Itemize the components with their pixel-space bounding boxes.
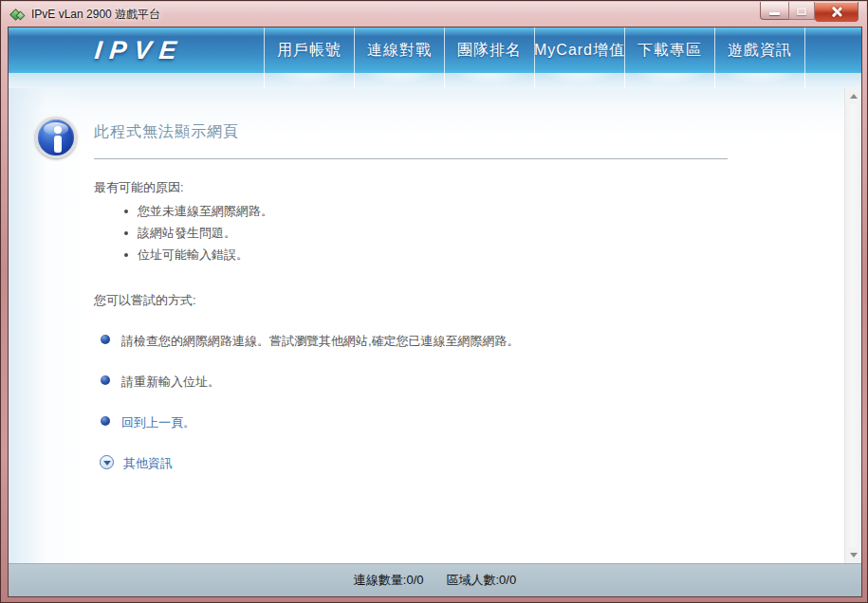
error-main-column: 此程式無法顯示網頁 最有可能的原因: 您並未連線至網際網路。 該網站發生問題。 xyxy=(94,117,844,472)
cause-text: 該網站發生問題。 xyxy=(138,225,236,242)
nav-item-online-battle[interactable]: 連線對戰 xyxy=(354,27,444,73)
logo-zone: IPVE xyxy=(9,27,264,73)
list-item: 位址可能輸入錯誤。 xyxy=(94,247,844,264)
maximize-icon xyxy=(797,8,806,15)
window-content: IPVE 用戶帳號 連線對戰 團隊排名 MyCard增值 下載專區 xyxy=(9,27,861,596)
error-icon-column xyxy=(35,117,77,472)
suggestion-row: 請檢查您的網際網路連線。嘗試瀏覽其他網站,確定您已連線至網際網路。 xyxy=(94,333,844,350)
nav-item-game-info[interactable]: 遊戲資訊 xyxy=(714,27,804,73)
nav-strip xyxy=(9,73,861,88)
scrollbar-track[interactable] xyxy=(845,104,861,547)
nav-glow-cell xyxy=(264,73,354,88)
ipve-logo: IPVE xyxy=(87,36,185,65)
maximize-button xyxy=(788,2,815,20)
blue-bullet-icon xyxy=(101,335,110,344)
nav-item-team-ranking[interactable]: 團隊排名 xyxy=(444,27,534,73)
nav-strip-cells xyxy=(264,73,805,88)
suggestion-row: 請重新輸入位址。 xyxy=(94,374,844,391)
suggestion-row: 其他資訊 xyxy=(94,455,844,472)
causes-list: 您並未連線至網際網路。 該網站發生問題。 位址可能輸入錯誤。 xyxy=(94,203,844,264)
list-item: 您並未連線至網際網路。 xyxy=(94,203,844,220)
connection-count: 連線數量:0/0 xyxy=(354,572,424,589)
nav-item-label: 下載專區 xyxy=(637,41,702,61)
nav-glow-cell xyxy=(534,73,624,88)
nav-item-label: MyCard增值 xyxy=(534,41,625,61)
info-icon-dot xyxy=(54,126,62,134)
app-icon[interactable] xyxy=(10,9,26,22)
nav-item-user-account[interactable]: 用戶帳號 xyxy=(264,27,354,73)
triangle-down-icon xyxy=(850,553,858,557)
area-player-count: 區域人數:0/0 xyxy=(447,572,517,589)
list-item: 該網站發生問題。 xyxy=(94,225,844,242)
minimize-icon xyxy=(769,12,780,15)
cause-text: 您並未連線至網際網路。 xyxy=(138,203,273,220)
nav-glow-cell xyxy=(354,73,444,88)
more-information-link[interactable]: 其他資訊 xyxy=(123,455,173,472)
nav-glow-cell xyxy=(624,73,714,88)
minimize-button[interactable] xyxy=(760,2,788,20)
scroll-down-button[interactable] xyxy=(845,547,861,563)
nav-item-label: 用戶帳號 xyxy=(277,41,342,61)
divider xyxy=(94,158,728,159)
suggestion-text: 請檢查您的網際網路連線。嘗試瀏覽其他網站,確定您已連線至網際網路。 xyxy=(121,333,520,350)
suggestion-text: 請重新輸入位址。 xyxy=(121,374,220,391)
try-heading: 您可以嘗試的方式: xyxy=(94,292,844,309)
blue-bullet-icon xyxy=(101,375,110,385)
cause-text: 位址可能輸入錯誤。 xyxy=(138,247,249,264)
bullet-dot-icon xyxy=(124,231,128,235)
nav-bar: IPVE 用戶帳號 連線對戰 團隊排名 MyCard增值 下載專區 xyxy=(9,27,861,73)
nav-glow-cell xyxy=(444,73,534,88)
info-icon xyxy=(35,117,77,158)
close-button[interactable] xyxy=(815,2,859,22)
nav-menu: 用戶帳號 連線對戰 團隊排名 MyCard增值 下載專區 遊戲資訊 xyxy=(264,27,805,73)
error-page: 此程式無法顯示網頁 最有可能的原因: 您並未連線至網際網路。 該網站發生問題。 xyxy=(9,88,844,472)
suggestion-row: 回到上一頁。 xyxy=(94,414,844,431)
nav-item-download-zone[interactable]: 下載專區 xyxy=(624,27,714,73)
bullet-dot-icon xyxy=(124,253,128,257)
blue-bullet-icon xyxy=(101,416,110,426)
vertical-scrollbar[interactable] xyxy=(844,88,861,563)
error-heading: 此程式無法顯示網頁 xyxy=(94,122,844,142)
nav-glow-cell xyxy=(714,73,804,88)
nav-item-label: 連線對戰 xyxy=(367,41,432,61)
window-title: IPvE vLan 2900 遊戲平台 xyxy=(31,7,160,23)
triangle-up-icon xyxy=(850,94,858,99)
nav-item-label: 團隊排名 xyxy=(457,41,522,61)
browser-viewport: 此程式無法顯示網頁 最有可能的原因: 您並未連線至網際網路。 該網站發生問題。 xyxy=(9,88,861,563)
nav-item-label: 遊戲資訊 xyxy=(728,41,792,61)
chevron-down-circle-icon[interactable] xyxy=(100,455,114,469)
bullet-dot-icon xyxy=(124,210,128,213)
app-window: IPvE vLan 2900 遊戲平台 IPVE 用戶帳號 連線 xyxy=(0,0,868,603)
status-bar: 連線數量:0/0 區域人數:0/0 xyxy=(9,563,861,596)
back-to-previous-page-link[interactable]: 回到上一頁。 xyxy=(121,414,195,431)
title-bar[interactable]: IPvE vLan 2900 遊戲平台 xyxy=(2,2,866,27)
nav-item-mycard-topup[interactable]: MyCard增值 xyxy=(534,27,624,73)
info-icon-bar xyxy=(54,136,62,153)
window-controls xyxy=(760,2,859,22)
close-icon xyxy=(830,6,842,18)
scroll-up-button[interactable] xyxy=(845,88,861,104)
nav-strip-spacer xyxy=(9,73,264,88)
causes-heading: 最有可能的原因: xyxy=(94,179,844,196)
